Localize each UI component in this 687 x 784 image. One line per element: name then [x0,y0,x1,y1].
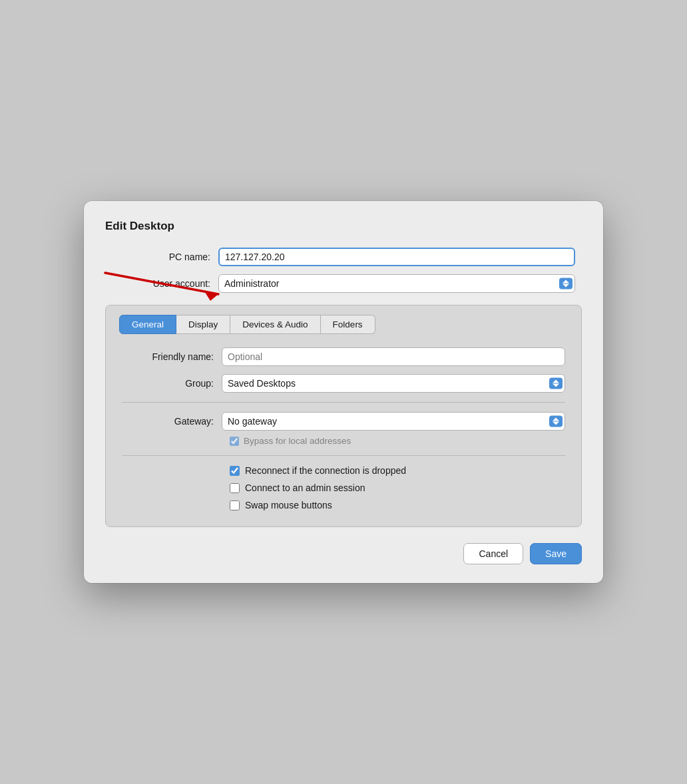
checkbox-row-admin: Connect to an admin session [230,483,565,493]
group-row: Group: Saved Desktops [122,374,565,393]
reconnect-checkbox[interactable] [230,466,240,476]
tab-devices-audio[interactable]: Devices & Audio [230,315,320,334]
user-account-select[interactable]: Administrator [218,274,575,293]
pc-name-row: PC name: [112,248,575,266]
gateway-label: Gateway: [122,416,222,427]
user-account-row: User account: Administrator [112,274,575,293]
gateway-row: Gateway: No gateway [122,412,565,431]
checkbox-row-reconnect: Reconnect if the connection is dropped [230,465,565,476]
checkbox-group: Reconnect if the connection is dropped C… [122,465,565,510]
bypass-row: Bypass for local addresses [122,436,565,446]
pc-name-input[interactable] [218,248,575,266]
admin-session-label: Connect to an admin session [245,483,365,493]
checkbox-row-swap: Swap mouse buttons [230,500,565,510]
gateway-select[interactable]: No gateway [222,412,565,431]
tab-folders[interactable]: Folders [321,315,375,334]
cancel-button[interactable]: Cancel [463,543,523,564]
save-button[interactable]: Save [530,543,582,564]
admin-session-checkbox[interactable] [230,483,240,493]
friendly-name-row: Friendly name: [122,347,565,366]
reconnect-label: Reconnect if the connection is dropped [245,465,406,476]
dialog-title: Edit Desktop [105,220,582,233]
tab-content-general: Friendly name: Group: Saved Desktops [106,347,581,510]
tabs-header: General Display Devices & Audio Folders [106,305,581,334]
pc-name-label: PC name: [112,252,218,262]
tab-display[interactable]: Display [176,315,230,334]
tabs-panel: General Display Devices & Audio Folders … [105,305,582,527]
group-select-wrapper: Saved Desktops [222,374,565,393]
user-account-label: User account: [112,278,218,289]
swap-mouse-checkbox[interactable] [230,500,240,510]
group-label: Group: [122,378,222,389]
friendly-name-label: Friendly name: [122,351,222,362]
dialog-footer: Cancel Save [105,540,582,564]
bypass-label: Bypass for local addresses [244,436,351,446]
tab-general[interactable]: General [119,315,176,334]
divider-2 [122,455,565,456]
top-fields-section: PC name: User account: Administrator [105,248,582,293]
gateway-select-wrapper: No gateway [222,412,565,431]
bypass-checkbox[interactable] [230,437,239,446]
user-account-select-wrapper: Administrator [218,274,575,293]
edit-desktop-dialog: Edit Desktop PC name: User account: Admi… [84,201,603,583]
group-select[interactable]: Saved Desktops [222,374,565,393]
swap-mouse-label: Swap mouse buttons [245,500,332,510]
friendly-name-input[interactable] [222,347,565,366]
divider-1 [122,402,565,403]
